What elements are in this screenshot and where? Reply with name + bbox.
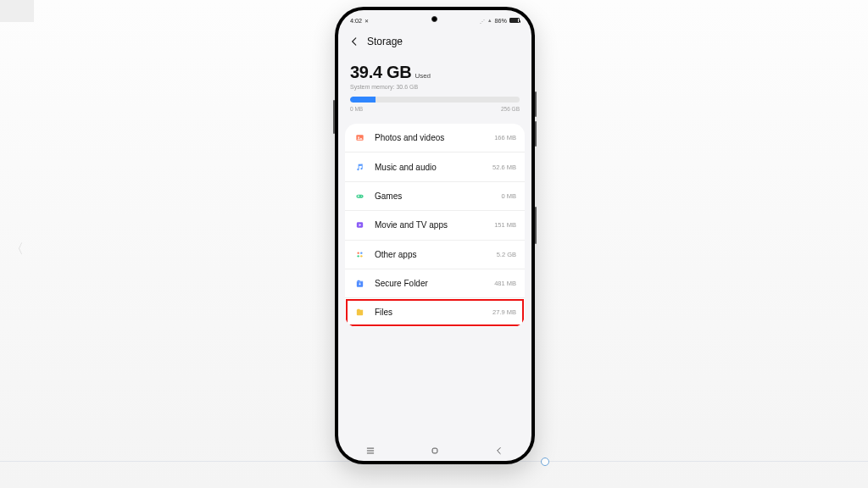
signal-icon: ▲: [487, 18, 492, 23]
back-button[interactable]: [348, 36, 360, 47]
nav-back[interactable]: [482, 444, 516, 458]
storage-row-label: Other apps: [375, 250, 488, 259]
storage-system-memory: System memory: 30.6 GB: [350, 84, 520, 90]
chevron-left-icon: [348, 36, 360, 47]
nav-home[interactable]: [418, 444, 452, 458]
svg-rect-2: [356, 195, 363, 198]
svg-rect-11: [359, 284, 361, 286]
storage-used-amount: 39.4 GB: [350, 63, 411, 82]
storage-categories: Photos and videos166 MBMusic and audio52…: [345, 124, 525, 327]
camera-punch-hole: [431, 16, 437, 22]
side-button-vol-up: [535, 92, 537, 117]
storage-row-size: 27.9 MB: [492, 308, 516, 316]
storage-row-size: 481 MB: [494, 280, 516, 287]
storage-row-other[interactable]: Other apps5.2 GB: [345, 241, 525, 269]
photos-icon: [353, 131, 366, 144]
side-button-power: [535, 207, 537, 244]
battery-icon: [509, 18, 520, 23]
games-icon: [353, 190, 366, 202]
page-header: Storage: [338, 27, 531, 49]
storage-row-label: Music and audio: [375, 163, 484, 172]
storage-row-movie[interactable]: Movie and TV apps151 MB: [345, 211, 525, 240]
secure-icon: [353, 277, 366, 290]
svg-point-9: [357, 255, 359, 257]
status-mode-icon: ✕: [364, 18, 369, 24]
storage-row-label: Photos and videos: [375, 133, 486, 142]
storage-summary: 39.4 GB Used System memory: 30.6 GB 0 MB…: [338, 49, 531, 119]
storage-row-size: 166 MB: [494, 134, 516, 141]
page-corner-decoration: [0, 0, 34, 22]
svg-point-10: [360, 255, 362, 257]
status-time: 4:02: [350, 17, 362, 25]
svg-rect-5: [359, 195, 359, 197]
svg-point-7: [357, 252, 359, 253]
storage-used-label: Used: [415, 72, 431, 80]
side-button-vol-down: [535, 121, 537, 147]
page-underline-handle[interactable]: [541, 458, 549, 466]
phone-screen: 4:02 ✕ ⋰ ▲ 86% Storage 39.4 GB Used Syst…: [338, 10, 531, 461]
other-icon: [353, 248, 366, 261]
storage-bar-fill: [350, 97, 376, 103]
carousel-prev-icon[interactable]: 〈: [10, 241, 24, 258]
music-icon: [353, 161, 366, 174]
side-button-left: [333, 100, 335, 134]
svg-point-1: [358, 136, 359, 138]
storage-bar-min: 0 MB: [350, 106, 363, 112]
storage-row-size: 0 MB: [501, 192, 516, 200]
battery-percent: 86%: [495, 17, 507, 25]
storage-row-size: 5.2 GB: [497, 251, 516, 258]
android-nav-bar: [338, 441, 531, 461]
phone-frame: 4:02 ✕ ⋰ ▲ 86% Storage 39.4 GB Used Syst…: [335, 7, 535, 464]
storage-row-games[interactable]: Games0 MB: [345, 182, 525, 211]
storage-row-size: 52.6 MB: [492, 164, 516, 171]
nav-recents[interactable]: [353, 444, 387, 458]
storage-row-secure[interactable]: Secure Folder481 MB: [345, 269, 525, 298]
page-title: Storage: [367, 36, 403, 47]
storage-row-label: Files: [375, 308, 484, 317]
files-icon: [353, 306, 366, 319]
storage-row-files[interactable]: Files27.9 MB: [345, 298, 525, 326]
storage-row-label: Games: [375, 191, 492, 201]
svg-point-8: [360, 252, 362, 253]
wifi-icon: ⋰: [480, 18, 485, 24]
storage-row-music[interactable]: Music and audio52.6 MB: [345, 152, 525, 181]
svg-point-3: [361, 196, 362, 197]
storage-row-photos[interactable]: Photos and videos166 MB: [345, 124, 525, 152]
movie-icon: [353, 219, 366, 231]
storage-row-label: Movie and TV apps: [375, 220, 486, 230]
storage-bar-max: 256 GB: [501, 106, 520, 112]
storage-row-label: Secure Folder: [375, 279, 486, 288]
storage-bar: [350, 97, 520, 103]
storage-row-size: 151 MB: [494, 221, 516, 229]
svg-rect-15: [432, 448, 437, 453]
